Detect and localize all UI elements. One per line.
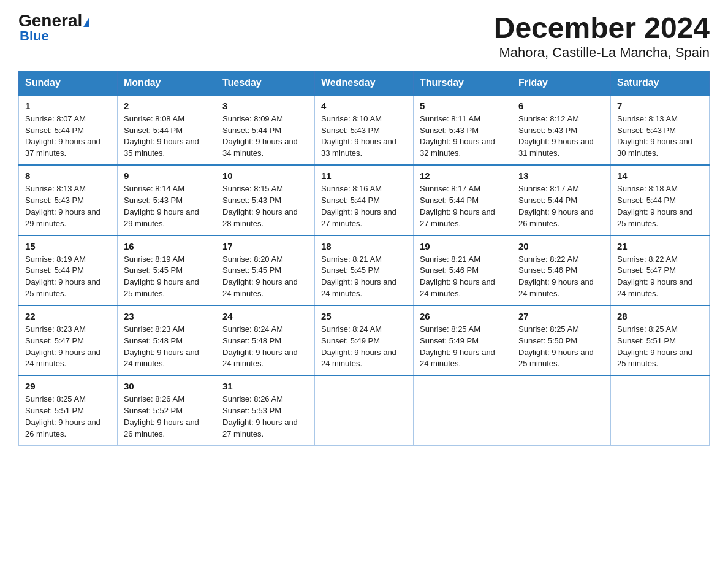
day-info: Sunrise: 8:19 AMSunset: 5:45 PMDaylight:…	[124, 255, 199, 299]
day-info: Sunrise: 8:08 AMSunset: 5:44 PMDaylight:…	[124, 114, 199, 158]
day-info: Sunrise: 8:21 AMSunset: 5:46 PMDaylight:…	[420, 255, 495, 299]
calendar-cell: 7 Sunrise: 8:13 AMSunset: 5:43 PMDayligh…	[611, 95, 710, 165]
day-number: 11	[321, 170, 407, 181]
calendar-cell: 3 Sunrise: 8:09 AMSunset: 5:44 PMDayligh…	[216, 95, 315, 165]
col-tuesday: Tuesday	[216, 71, 315, 95]
calendar-cell	[512, 375, 611, 445]
day-info: Sunrise: 8:13 AMSunset: 5:43 PMDaylight:…	[617, 114, 692, 158]
calendar-cell	[315, 375, 414, 445]
day-number: 15	[25, 241, 111, 251]
calendar-cell: 20 Sunrise: 8:22 AMSunset: 5:46 PMDaylig…	[512, 236, 611, 305]
day-info: Sunrise: 8:25 AMSunset: 5:49 PMDaylight:…	[420, 324, 495, 369]
calendar-header-row: Sunday Monday Tuesday Wednesday Thursday…	[19, 71, 710, 95]
calendar-cell: 21 Sunrise: 8:22 AMSunset: 5:47 PMDaylig…	[611, 236, 710, 305]
calendar-cell: 29 Sunrise: 8:25 AMSunset: 5:51 PMDaylig…	[19, 375, 118, 445]
page-header: General Blue December 2024 Mahora, Casti…	[18, 12, 710, 61]
week-row-1: 1 Sunrise: 8:07 AMSunset: 5:44 PMDayligh…	[19, 95, 710, 165]
day-number: 10	[222, 170, 308, 181]
day-number: 18	[321, 241, 407, 251]
day-info: Sunrise: 8:17 AMSunset: 5:44 PMDaylight:…	[518, 184, 594, 228]
week-row-2: 8 Sunrise: 8:13 AMSunset: 5:43 PMDayligh…	[19, 165, 710, 235]
day-info: Sunrise: 8:26 AMSunset: 5:53 PMDaylight:…	[222, 394, 298, 439]
day-number: 17	[222, 241, 308, 251]
day-number: 26	[420, 311, 506, 321]
calendar-cell: 24 Sunrise: 8:24 AMSunset: 5:48 PMDaylig…	[216, 305, 315, 375]
title-block: December 2024 Mahora, Castille-La Mancha…	[494, 12, 710, 61]
logo: General Blue	[18, 12, 89, 44]
calendar-cell	[414, 375, 512, 445]
day-number: 24	[222, 311, 308, 321]
day-info: Sunrise: 8:11 AMSunset: 5:43 PMDaylight:…	[420, 114, 495, 158]
day-number: 14	[617, 170, 703, 181]
day-info: Sunrise: 8:21 AMSunset: 5:45 PMDaylight:…	[321, 255, 396, 299]
day-info: Sunrise: 8:22 AMSunset: 5:47 PMDaylight:…	[617, 255, 692, 299]
day-number: 6	[518, 101, 604, 111]
day-number: 8	[25, 170, 111, 181]
day-number: 20	[518, 241, 604, 251]
week-row-3: 15 Sunrise: 8:19 AMSunset: 5:44 PMDaylig…	[19, 236, 710, 305]
calendar-table: Sunday Monday Tuesday Wednesday Thursday…	[18, 71, 710, 446]
calendar-cell: 26 Sunrise: 8:25 AMSunset: 5:49 PMDaylig…	[414, 305, 512, 375]
day-number: 28	[617, 311, 703, 321]
calendar-cell: 5 Sunrise: 8:11 AMSunset: 5:43 PMDayligh…	[414, 95, 512, 165]
calendar-cell: 15 Sunrise: 8:19 AMSunset: 5:44 PMDaylig…	[19, 236, 118, 305]
day-info: Sunrise: 8:13 AMSunset: 5:43 PMDaylight:…	[25, 184, 100, 228]
day-number: 16	[124, 241, 210, 251]
day-number: 31	[222, 381, 308, 391]
calendar-cell: 8 Sunrise: 8:13 AMSunset: 5:43 PMDayligh…	[19, 165, 118, 235]
calendar-cell: 31 Sunrise: 8:26 AMSunset: 5:53 PMDaylig…	[216, 375, 315, 445]
calendar-cell: 19 Sunrise: 8:21 AMSunset: 5:46 PMDaylig…	[414, 236, 512, 305]
calendar-cell: 10 Sunrise: 8:15 AMSunset: 5:43 PMDaylig…	[216, 165, 315, 235]
day-info: Sunrise: 8:20 AMSunset: 5:45 PMDaylight:…	[222, 255, 298, 299]
calendar-cell: 28 Sunrise: 8:25 AMSunset: 5:51 PMDaylig…	[611, 305, 710, 375]
calendar-cell: 13 Sunrise: 8:17 AMSunset: 5:44 PMDaylig…	[512, 165, 611, 235]
day-info: Sunrise: 8:25 AMSunset: 5:50 PMDaylight:…	[518, 324, 594, 369]
day-info: Sunrise: 8:16 AMSunset: 5:44 PMDaylight:…	[321, 184, 396, 228]
logo-text: General	[18, 12, 89, 29]
day-info: Sunrise: 8:15 AMSunset: 5:43 PMDaylight:…	[222, 184, 298, 228]
calendar-cell: 12 Sunrise: 8:17 AMSunset: 5:44 PMDaylig…	[414, 165, 512, 235]
day-info: Sunrise: 8:10 AMSunset: 5:43 PMDaylight:…	[321, 114, 396, 158]
col-sunday: Sunday	[19, 71, 118, 95]
calendar-cell: 17 Sunrise: 8:20 AMSunset: 5:45 PMDaylig…	[216, 236, 315, 305]
calendar-cell	[611, 375, 710, 445]
day-info: Sunrise: 8:12 AMSunset: 5:43 PMDaylight:…	[518, 114, 594, 158]
day-number: 30	[124, 381, 210, 391]
calendar-cell: 9 Sunrise: 8:14 AMSunset: 5:43 PMDayligh…	[118, 165, 216, 235]
day-info: Sunrise: 8:23 AMSunset: 5:48 PMDaylight:…	[124, 324, 199, 369]
day-info: Sunrise: 8:24 AMSunset: 5:49 PMDaylight:…	[321, 324, 396, 369]
col-wednesday: Wednesday	[315, 71, 414, 95]
calendar-cell: 18 Sunrise: 8:21 AMSunset: 5:45 PMDaylig…	[315, 236, 414, 305]
day-number: 13	[518, 170, 604, 181]
day-number: 9	[124, 170, 210, 181]
day-info: Sunrise: 8:26 AMSunset: 5:52 PMDaylight:…	[124, 394, 199, 439]
calendar-cell: 4 Sunrise: 8:10 AMSunset: 5:43 PMDayligh…	[315, 95, 414, 165]
day-number: 21	[617, 241, 703, 251]
calendar-cell: 27 Sunrise: 8:25 AMSunset: 5:50 PMDaylig…	[512, 305, 611, 375]
calendar-title: December 2024	[494, 12, 710, 45]
calendar-cell: 11 Sunrise: 8:16 AMSunset: 5:44 PMDaylig…	[315, 165, 414, 235]
day-number: 2	[124, 101, 210, 111]
calendar-cell: 25 Sunrise: 8:24 AMSunset: 5:49 PMDaylig…	[315, 305, 414, 375]
day-info: Sunrise: 8:14 AMSunset: 5:43 PMDaylight:…	[124, 184, 199, 228]
week-row-5: 29 Sunrise: 8:25 AMSunset: 5:51 PMDaylig…	[19, 375, 710, 445]
day-info: Sunrise: 8:22 AMSunset: 5:46 PMDaylight:…	[518, 255, 594, 299]
calendar-cell: 6 Sunrise: 8:12 AMSunset: 5:43 PMDayligh…	[512, 95, 611, 165]
day-info: Sunrise: 8:17 AMSunset: 5:44 PMDaylight:…	[420, 184, 495, 228]
calendar-cell: 16 Sunrise: 8:19 AMSunset: 5:45 PMDaylig…	[118, 236, 216, 305]
day-info: Sunrise: 8:24 AMSunset: 5:48 PMDaylight:…	[222, 324, 298, 369]
calendar-cell: 30 Sunrise: 8:26 AMSunset: 5:52 PMDaylig…	[118, 375, 216, 445]
day-number: 19	[420, 241, 506, 251]
day-number: 12	[420, 170, 506, 181]
week-row-4: 22 Sunrise: 8:23 AMSunset: 5:47 PMDaylig…	[19, 305, 710, 375]
logo-blue-text: Blue	[20, 28, 49, 44]
day-number: 25	[321, 311, 407, 321]
day-number: 3	[222, 101, 308, 111]
day-number: 1	[25, 101, 111, 111]
col-saturday: Saturday	[611, 71, 710, 95]
day-number: 23	[124, 311, 210, 321]
day-info: Sunrise: 8:18 AMSunset: 5:44 PMDaylight:…	[617, 184, 692, 228]
calendar-cell: 2 Sunrise: 8:08 AMSunset: 5:44 PMDayligh…	[118, 95, 216, 165]
col-thursday: Thursday	[414, 71, 512, 95]
day-info: Sunrise: 8:19 AMSunset: 5:44 PMDaylight:…	[25, 255, 100, 299]
